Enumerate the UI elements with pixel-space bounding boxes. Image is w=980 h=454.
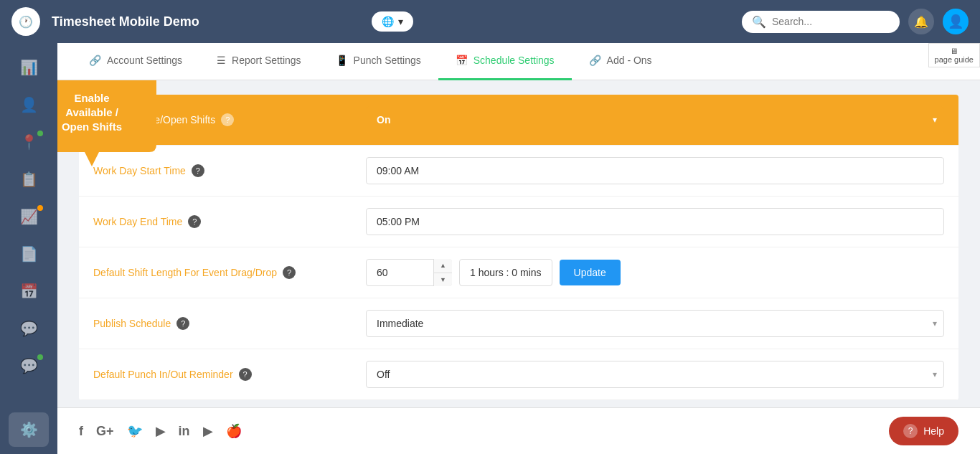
work-day-start-label: Work Day Start Time ? — [93, 164, 366, 177]
tab-report-label: Report Settings — [232, 55, 301, 66]
footer: f G+ 🐦 ▶ in ▶ 🍎 ? Help — [57, 407, 980, 454]
tab-punch[interactable]: 📱 Punch Settings — [319, 43, 438, 80]
punch-reminder-select-wrapper: Off On ▾ — [366, 361, 944, 388]
publish-schedule-select[interactable]: Immediate Manual — [366, 310, 944, 337]
sidebar-item-settings[interactable]: ⚙️ — [9, 412, 49, 447]
globe-button[interactable]: 🌐 ▾ — [372, 11, 413, 32]
youtube-icon[interactable]: ▶ — [156, 423, 166, 439]
user-avatar[interactable]: 👤 — [943, 9, 969, 34]
notifications-button[interactable]: 🔔 — [908, 9, 934, 34]
work-day-end-help-icon[interactable]: ? — [188, 215, 201, 228]
top-navigation: 🕐 Timesheet Mobile Demo 🌐 ▾ 🔍 🔔 👤 🖥 page… — [0, 0, 980, 43]
punch-reminder-help-icon[interactable]: ? — [239, 368, 252, 381]
tab-account[interactable]: 🔗 Account Settings — [72, 43, 199, 80]
facebook-icon[interactable]: f — [79, 424, 83, 439]
publish-schedule-value: Immediate Manual ▾ — [366, 310, 944, 337]
help-button[interactable]: ? Help — [889, 417, 958, 445]
settings-icon: ⚙️ — [20, 421, 38, 438]
allow-shifts-label: Allow Available/Open Shifts ? — [93, 113, 366, 126]
tab-addons-label: Add - Ons — [607, 55, 652, 66]
publish-schedule-select-wrapper: Immediate Manual ▾ — [366, 310, 944, 337]
apple-icon[interactable]: 🍎 — [226, 423, 242, 439]
allow-shifts-help-icon[interactable]: ? — [221, 113, 234, 126]
sidebar-item-document[interactable]: 📄 — [9, 237, 49, 271]
sidebar-item-chat[interactable]: 💬 — [9, 311, 49, 346]
search-input[interactable] — [772, 16, 887, 27]
tab-schedule[interactable]: 📅 Schedule Settings — [438, 43, 572, 80]
allow-shifts-row: Allow Available/Open Shifts ? On Off ▾ — [79, 95, 958, 146]
shift-length-row: Default Shift Length For Event Drag/Drop… — [79, 247, 958, 298]
account-tab-icon: 🔗 — [89, 55, 101, 66]
help-circle-icon: ? — [903, 424, 918, 438]
spinner-down-button[interactable]: ▼ — [434, 273, 452, 287]
map-icon: 📍 — [20, 133, 38, 151]
tab-account-label: Account Settings — [107, 55, 182, 66]
schedule-tab-icon: 📅 — [456, 55, 468, 66]
sidebar-item-users[interactable]: 👤 — [9, 88, 49, 122]
monitor-icon: 🖥 — [950, 47, 958, 55]
work-day-start-value — [366, 157, 944, 184]
social-icons: f G+ 🐦 ▶ in ▶ 🍎 — [79, 423, 242, 439]
help-label: Help — [923, 425, 944, 437]
search-icon: 🔍 — [752, 15, 766, 29]
allow-shifts-select[interactable]: On Off — [366, 106, 944, 133]
sidebar-item-reports[interactable]: 📋 — [9, 162, 49, 197]
publish-schedule-row: Publish Schedule ? Immediate Manual ▾ — [79, 298, 958, 349]
work-day-start-input[interactable] — [366, 157, 944, 184]
work-day-end-label: Work Day End Time ? — [93, 215, 366, 228]
tab-addons[interactable]: 🔗 Add - Ons — [572, 43, 669, 80]
map-notification-dot — [37, 131, 43, 136]
reports-icon: 📋 — [20, 171, 38, 188]
shift-length-help-icon[interactable]: ? — [283, 266, 296, 279]
sidebar-item-calendar[interactable]: 📅 — [9, 274, 49, 308]
messages-notification-dot — [37, 354, 43, 360]
messages-icon: 💬 — [20, 357, 38, 374]
logo-icon: 🕐 — [19, 15, 33, 29]
tab-schedule-label: Schedule Settings — [473, 55, 555, 66]
page-guide-button[interactable]: 🖥 page guide — [928, 43, 980, 67]
user-icon: 👤 — [948, 14, 963, 29]
work-day-end-row: Work Day End Time ? — [79, 197, 958, 247]
shift-length-controls: ▲ ▼ 1 hours : 0 mins Update — [366, 259, 944, 286]
chat-icon: 💬 — [20, 320, 38, 337]
shift-length-label: Default Shift Length For Event Drag/Drop… — [93, 266, 366, 279]
app-title: Timesheet Mobile Demo — [52, 14, 363, 29]
settings-container: Allow Available/Open Shifts ? On Off ▾ — [79, 95, 958, 400]
duration-display: 1 hours : 0 mins — [459, 259, 552, 286]
twitter-icon[interactable]: 🐦 — [127, 423, 143, 439]
punch-reminder-select[interactable]: Off On — [366, 361, 944, 388]
globe-icon: 🌐 — [382, 16, 394, 27]
tab-report[interactable]: ☰ Report Settings — [199, 43, 319, 80]
allow-shifts-select-wrapper: On Off ▾ — [366, 106, 944, 133]
linkedin-icon[interactable]: in — [179, 424, 190, 439]
google-plus-icon[interactable]: G+ — [96, 424, 114, 439]
work-day-start-help-icon[interactable]: ? — [192, 164, 204, 177]
content-area: Enable Available / Open Shifts Allow Ava… — [57, 80, 980, 407]
play-icon[interactable]: ▶ — [203, 423, 213, 439]
calendar-icon: 📅 — [20, 283, 38, 300]
punch-reminder-row: Default Punch In/Out Reminder ? Off On ▾ — [79, 349, 958, 400]
work-day-start-row: Work Day Start Time ? — [79, 146, 958, 197]
shift-length-value: ▲ ▼ 1 hours : 0 mins Update — [366, 259, 944, 286]
update-button[interactable]: Update — [560, 260, 621, 285]
bell-icon: 🔔 — [914, 15, 928, 29]
publish-schedule-help-icon[interactable]: ? — [176, 317, 189, 330]
allow-shifts-value: On Off ▾ — [366, 106, 944, 133]
shift-number-wrapper: ▲ ▼ — [366, 259, 452, 286]
report-tab-icon: ☰ — [217, 55, 226, 66]
sidebar-item-dashboard[interactable]: 📊 — [9, 50, 49, 85]
addons-tab-icon: 🔗 — [589, 55, 601, 66]
tab-punch-label: Punch Settings — [354, 55, 421, 66]
users-icon: 👤 — [20, 96, 38, 113]
main-content: 🔗 Account Settings ☰ Report Settings 📱 P… — [57, 43, 980, 454]
spinner-up-button[interactable]: ▲ — [434, 259, 452, 273]
work-day-end-input[interactable] — [366, 208, 944, 235]
sidebar-item-chart[interactable]: 📈 — [9, 199, 49, 234]
main-layout: 📊 👤 📍 📋 📈 📄 📅 💬 💬 ⚙️ — [0, 43, 980, 454]
punch-tab-icon: 📱 — [336, 55, 348, 66]
sidebar-item-map[interactable]: 📍 — [9, 125, 49, 159]
punch-reminder-label: Default Punch In/Out Reminder ? — [93, 368, 366, 381]
chart-notification-dot — [37, 205, 43, 211]
sidebar-item-messages[interactable]: 💬 — [9, 349, 49, 383]
page-guide-label: page guide — [935, 55, 974, 64]
